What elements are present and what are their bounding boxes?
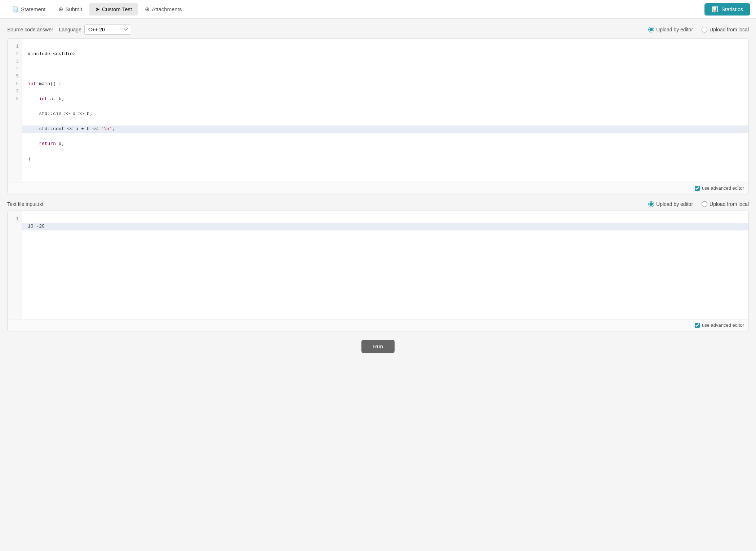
input-upload-from-local-label: Upload from local bbox=[710, 201, 749, 207]
statistics-button[interactable]: 📊 Statistics bbox=[704, 3, 750, 16]
language-label: Language bbox=[59, 27, 81, 32]
run-button-wrapper: Run bbox=[7, 340, 749, 353]
source-upload-options: Upload by editor Upload from local bbox=[648, 27, 749, 32]
input-advanced-editor-label: use advanced editor bbox=[702, 322, 744, 328]
input-editor-footer: use advanced editor bbox=[8, 319, 748, 331]
source-code-header: Source code:answer Language C++ 17 C++ 2… bbox=[7, 25, 749, 35]
upload-by-editor-option[interactable]: Upload by editor bbox=[648, 27, 693, 32]
input-line-numbers: 1 bbox=[8, 211, 22, 319]
statement-icon: 🗒️ bbox=[12, 6, 19, 13]
source-line-numbers: 1 2 3 4 5 6 7 8 bbox=[8, 39, 22, 182]
source-code-label: Source code:answer bbox=[7, 27, 53, 32]
input-code-editor: 1 10 -20 use advanced editor bbox=[7, 211, 749, 331]
text-file-section: Text file:input.txt Upload by editor Upl… bbox=[7, 201, 749, 331]
main-content: Source code:answer Language C++ 17 C++ 2… bbox=[0, 19, 756, 359]
input-upload-by-editor-label: Upload by editor bbox=[656, 201, 693, 207]
tab-custom-test[interactable]: ➤ Custom Test bbox=[89, 3, 138, 16]
source-code-content[interactable]: #include <cstdio> int main() { int a, b;… bbox=[22, 39, 748, 182]
input-upload-by-editor-option[interactable]: Upload by editor bbox=[648, 201, 693, 207]
tab-statement[interactable]: 🗒️ Statement bbox=[6, 3, 51, 16]
tab-submit-label: Submit bbox=[65, 6, 82, 12]
tab-statement-label: Statement bbox=[21, 6, 45, 12]
top-bar: 🗒️ Statement ⊕ Submit ➤ Custom Test ⊕ At… bbox=[0, 0, 756, 19]
run-button[interactable]: Run bbox=[361, 340, 395, 353]
language-select[interactable]: C++ 17 C++ 20 C++ 14 Python 3 Java bbox=[84, 25, 131, 35]
tab-attachments-label: Attachments bbox=[152, 6, 182, 12]
upload-from-local-option[interactable]: Upload from local bbox=[702, 27, 749, 32]
text-file-header: Text file:input.txt Upload by editor Upl… bbox=[7, 201, 749, 207]
upload-by-editor-radio[interactable] bbox=[648, 27, 654, 32]
input-upload-from-local-radio[interactable] bbox=[702, 201, 707, 207]
tab-submit[interactable]: ⊕ Submit bbox=[53, 3, 88, 16]
source-code-section: Source code:answer Language C++ 17 C++ 2… bbox=[7, 25, 749, 194]
custom-test-icon: ➤ bbox=[95, 6, 100, 13]
submit-icon: ⊕ bbox=[58, 6, 63, 13]
source-code-area: 1 2 3 4 5 6 7 8 #include <cstdio> int ma… bbox=[8, 39, 748, 182]
source-advanced-editor-checkbox[interactable] bbox=[695, 186, 700, 191]
tab-custom-test-label: Custom Test bbox=[102, 6, 132, 12]
input-code-area: 1 10 -20 bbox=[8, 211, 748, 319]
source-code-editor: 1 2 3 4 5 6 7 8 #include <cstdio> int ma… bbox=[7, 38, 749, 194]
attachments-icon: ⊕ bbox=[145, 6, 150, 13]
input-advanced-editor-option[interactable]: use advanced editor bbox=[695, 322, 744, 328]
text-file-label: Text file:input.txt bbox=[7, 201, 43, 207]
input-advanced-editor-checkbox[interactable] bbox=[695, 323, 700, 328]
statistics-icon: 📊 bbox=[712, 6, 719, 13]
upload-from-local-label: Upload from local bbox=[710, 27, 749, 32]
tab-attachments[interactable]: ⊕ Attachments bbox=[139, 3, 187, 16]
upload-from-local-radio[interactable] bbox=[702, 27, 707, 32]
upload-by-editor-label: Upload by editor bbox=[656, 27, 693, 32]
tabs-container: 🗒️ Statement ⊕ Submit ➤ Custom Test ⊕ At… bbox=[6, 3, 704, 16]
input-upload-from-local-option[interactable]: Upload from local bbox=[702, 201, 749, 207]
language-wrapper: Language C++ 17 C++ 20 C++ 14 Python 3 J… bbox=[59, 25, 131, 35]
source-editor-footer: use advanced editor bbox=[8, 182, 748, 194]
input-upload-options: Upload by editor Upload from local bbox=[648, 201, 749, 207]
source-advanced-editor-label: use advanced editor bbox=[702, 185, 744, 191]
input-code-content[interactable]: 10 -20 bbox=[22, 211, 748, 319]
input-upload-by-editor-radio[interactable] bbox=[648, 201, 654, 207]
source-advanced-editor-option[interactable]: use advanced editor bbox=[695, 185, 744, 191]
